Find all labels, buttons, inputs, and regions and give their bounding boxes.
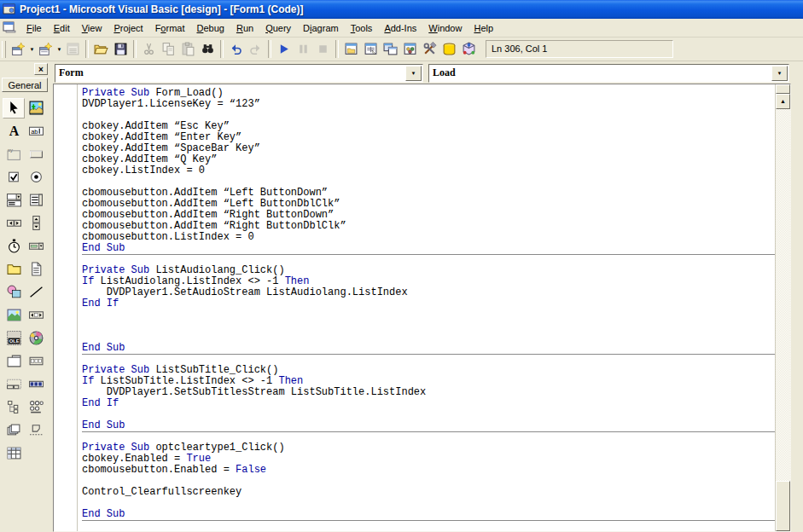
toolbox-tab-general[interactable]: General [2,78,48,92]
imagelist-tool[interactable] [3,421,24,440]
checkbox-tool[interactable] [3,168,24,187]
menu-view[interactable]: View [76,21,108,35]
toolbox-button[interactable] [420,39,439,59]
slider-icon [29,423,44,437]
listview-tool[interactable] [26,398,46,417]
progressbar-tool[interactable] [26,375,46,394]
toolbar-separator [85,40,89,58]
textbox-tool[interactable]: ab [26,122,46,141]
menu-addins[interactable]: Add-Ins [378,21,422,35]
menu-window[interactable]: Window [422,21,468,35]
add-standard-exe-project-button[interactable] [9,39,28,59]
procedure-combobox[interactable]: Load ▼ [428,64,789,83]
object-browser-button[interactable] [400,39,420,59]
flexgrid-tool[interactable] [3,444,24,463]
code-line: DVDPlayer1.SetSubTitlesStream ListSubTit… [82,387,775,398]
data-icon [29,308,44,322]
menu-diagram[interactable]: Diagram [297,21,345,35]
add-form-button[interactable] [36,39,55,59]
pointer-tool[interactable] [3,98,25,119]
image-icon [7,308,21,322]
ole-tool[interactable]: OLE [3,329,24,348]
data-view-window-button[interactable] [439,39,459,59]
code-margin-gutter [54,84,78,531]
hscrollbar-tool[interactable] [3,214,24,233]
menu-debug[interactable]: Debug [190,21,230,35]
tabstrip-tool[interactable] [3,352,24,371]
properties-window-button[interactable] [361,39,381,59]
code-text[interactable]: Private Sub Form_Load()DVDPlayer1.Licens… [78,84,775,531]
menu-query[interactable]: Query [259,21,297,35]
frame-tool[interactable]: xy [3,145,24,164]
line-tool[interactable] [26,283,46,302]
menu-help[interactable]: Help [468,21,499,35]
window-title: Project1 - Microsoft Visual Basic [desig… [20,3,304,15]
end-icon [316,42,330,56]
toolbar-grip[interactable] [2,41,6,58]
find-button[interactable] [198,39,218,59]
object-combobox-dropdown-button[interactable]: ▼ [405,66,422,81]
paste-button [178,39,198,59]
object-combobox[interactable]: Form ▼ [55,64,423,83]
menu-format[interactable]: Format [149,21,191,35]
code-editor[interactable]: Private Sub Form_Load()DVDPlayer1.Licens… [53,84,791,532]
menu-file[interactable]: File [20,21,48,35]
undo-icon [229,42,243,56]
vscrollbar-tool[interactable] [26,214,46,233]
vscrollbar-icon [29,216,44,230]
menu-editor-icon [66,42,80,56]
open-project-button[interactable] [91,39,111,59]
shape-tool[interactable] [3,283,24,302]
filelistbox-tool[interactable] [26,260,46,279]
save-project-button[interactable] [111,39,131,59]
line-icon [29,285,44,299]
combobox-tool[interactable] [3,191,24,210]
menu-tools[interactable]: Tools [345,21,379,35]
object-combobox-value: Form [55,65,404,82]
pointer-icon [7,101,21,115]
open-project-icon [94,42,108,56]
workspace: × General AabxyOLE Form ▼ Load ▼ Private… [0,61,803,532]
add-form-dropdown-arrow[interactable]: ▼ [55,39,63,59]
statusbar-tool[interactable] [3,375,24,394]
treeview-tool[interactable] [3,398,24,417]
mdi-child-system-icon[interactable] [3,21,17,34]
drivelistbox-tool[interactable] [26,237,46,256]
code-line: End Sub [82,509,775,520]
slider-tool[interactable] [26,421,46,440]
commandbutton-tool[interactable] [26,145,46,164]
timer-tool[interactable] [3,237,24,256]
procedure-combobox-dropdown-button[interactable]: ▼ [771,66,788,81]
code-line: End If [82,298,775,309]
scrollbar-thumb[interactable] [776,481,790,531]
picturebox-tool[interactable] [26,99,46,118]
undo-button[interactable] [226,39,246,59]
dvd-player-control[interactable] [26,329,46,348]
toolbox-close-button[interactable]: × [34,63,48,75]
project-explorer-button[interactable] [341,39,361,59]
code-line [82,332,775,343]
optionbutton-tool[interactable] [26,168,46,187]
label-tool[interactable]: A [3,122,24,141]
menu-edit[interactable]: Edit [48,21,76,35]
commandbutton-icon [29,147,44,161]
textbox-icon: ab [29,124,44,138]
image-tool[interactable] [3,306,24,325]
form-layout-window-button[interactable] [381,39,400,59]
dirlistbox-tool[interactable] [3,260,24,279]
start-button[interactable] [274,39,294,59]
menu-run[interactable]: Run [230,21,259,35]
data-tool[interactable] [26,306,46,325]
scroll-up-button[interactable]: ▲ [776,94,790,109]
add-standard-exe-project-dropdown-arrow[interactable]: ▼ [28,39,36,59]
code-line: cbomousebutton.Enabled = False [82,465,775,476]
add-standard-exe-project-icon [11,42,26,56]
toolbar-control-tool[interactable] [26,352,46,371]
code-line: cbomousebutton.ListIndex = 0 [82,232,775,243]
menu-project[interactable]: Project [108,21,148,35]
listbox-tool[interactable] [26,191,46,210]
paste-icon [181,42,195,56]
split-handle[interactable] [776,84,790,94]
visual-component-manager-button[interactable] [459,39,479,59]
vertical-scrollbar[interactable]: ▲ [775,84,790,531]
